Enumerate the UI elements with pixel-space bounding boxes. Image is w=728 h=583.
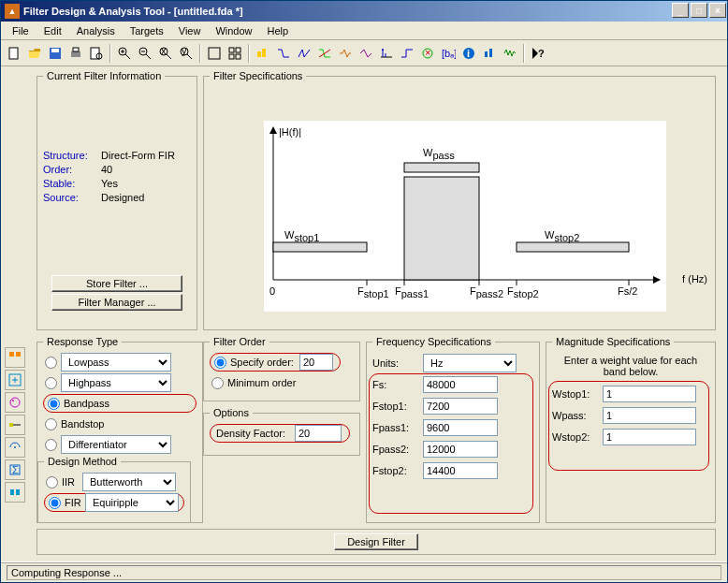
maximize-button[interactable]: □ bbox=[691, 3, 707, 18]
svg-line-15 bbox=[167, 54, 171, 59]
fstop1-input[interactable] bbox=[423, 398, 498, 415]
options-legend: Options bbox=[210, 407, 253, 418]
zoom-y-icon[interactable]: y bbox=[177, 44, 196, 63]
svg-point-59 bbox=[14, 446, 16, 448]
menu-edit[interactable]: Edit bbox=[36, 23, 69, 38]
minimize-button[interactable]: _ bbox=[672, 3, 689, 18]
specify-order-radio[interactable] bbox=[214, 357, 226, 369]
menu-view[interactable]: View bbox=[171, 23, 209, 38]
sidebar-transform-icon[interactable] bbox=[5, 437, 25, 458]
fs-input[interactable] bbox=[423, 376, 498, 393]
group-delay-icon[interactable] bbox=[336, 44, 355, 63]
impulse-icon[interactable] bbox=[377, 44, 396, 63]
sidebar-quantize-icon[interactable]: Σ bbox=[5, 459, 25, 480]
fpass2-input[interactable] bbox=[423, 441, 498, 458]
save-icon[interactable] bbox=[46, 44, 65, 63]
filter-order-group: Filter Order Specify order: Minimum orde… bbox=[203, 336, 360, 401]
svg-rect-22 bbox=[236, 48, 240, 52]
context-help-icon[interactable]: ? bbox=[529, 44, 547, 63]
full-view-icon[interactable] bbox=[205, 44, 224, 63]
zoom-in-icon[interactable] bbox=[115, 44, 134, 63]
menu-help[interactable]: Help bbox=[260, 23, 297, 38]
svg-rect-0 bbox=[9, 48, 18, 59]
wstop2-input[interactable] bbox=[603, 429, 696, 445]
wstop1-input[interactable] bbox=[603, 386, 696, 402]
tile-icon[interactable] bbox=[226, 44, 244, 63]
fir-select[interactable]: Equiripple bbox=[85, 493, 179, 512]
fpass1-input[interactable] bbox=[423, 419, 498, 436]
wpass-input[interactable] bbox=[603, 407, 696, 424]
mag-hint: Enter a weight value for each band below… bbox=[552, 355, 709, 377]
menu-file[interactable]: File bbox=[5, 23, 36, 38]
bandpass-radio[interactable] bbox=[48, 398, 60, 410]
hf-label: |H(f)| bbox=[279, 126, 301, 138]
svg-rect-25 bbox=[257, 51, 261, 57]
svg-text:Σ: Σ bbox=[12, 464, 19, 475]
fstop2-input[interactable] bbox=[423, 462, 498, 479]
fhz-label: f (Hz) bbox=[682, 273, 707, 284]
sidebar-design-icon[interactable] bbox=[5, 347, 25, 368]
mag-estimate-icon[interactable] bbox=[480, 44, 499, 63]
fir-radio[interactable] bbox=[49, 497, 61, 509]
iir-radio[interactable] bbox=[46, 476, 58, 488]
sidebar-import-icon[interactable] bbox=[5, 370, 25, 390]
source-label: Source: bbox=[43, 192, 101, 203]
structure-label: Structure: bbox=[43, 150, 101, 161]
print-preview-icon[interactable] bbox=[87, 44, 106, 63]
new-icon[interactable] bbox=[5, 44, 23, 63]
lowpass-radio[interactable] bbox=[45, 357, 57, 369]
diff-select[interactable]: Differentiator bbox=[61, 435, 171, 454]
svg-marker-42 bbox=[653, 276, 661, 284]
filter-manager-button[interactable]: Filter Manager ... bbox=[51, 294, 182, 311]
sidebar-multirate-icon[interactable] bbox=[5, 482, 25, 503]
iir-select[interactable]: Butterworth bbox=[82, 473, 176, 491]
print-icon[interactable] bbox=[66, 44, 85, 63]
order-input[interactable] bbox=[299, 354, 333, 371]
mag-phase-icon[interactable] bbox=[315, 44, 334, 63]
bandstop-radio[interactable] bbox=[45, 418, 57, 430]
stable-value: Yes bbox=[101, 178, 118, 189]
zoom-out-icon[interactable] bbox=[136, 44, 154, 63]
magnitude-icon[interactable] bbox=[274, 44, 293, 63]
svg-line-12 bbox=[146, 54, 151, 59]
menu-analysis[interactable]: Analysis bbox=[69, 23, 123, 38]
filter-specs-icon[interactable] bbox=[254, 44, 272, 63]
order-label: Order: bbox=[43, 164, 101, 175]
svg-point-29 bbox=[382, 49, 384, 51]
sidebar-pole-zero-icon[interactable] bbox=[5, 392, 25, 413]
response-legend: Response Type bbox=[43, 336, 122, 347]
store-filter-button[interactable]: Store Filter ... bbox=[51, 275, 182, 292]
units-select[interactable]: Hz bbox=[423, 354, 517, 372]
sidebar-realize-icon[interactable] bbox=[5, 415, 25, 435]
noise-icon[interactable] bbox=[501, 44, 519, 63]
menu-targets[interactable]: Targets bbox=[123, 23, 171, 38]
menu-window[interactable]: Window bbox=[208, 23, 259, 38]
source-value: Designed bbox=[101, 192, 144, 203]
svg-rect-26 bbox=[262, 49, 266, 57]
density-input[interactable] bbox=[295, 425, 342, 442]
svg-point-55 bbox=[10, 398, 20, 407]
minimum-order-radio[interactable] bbox=[211, 377, 224, 389]
info-icon[interactable]: i bbox=[459, 44, 478, 63]
svg-rect-57 bbox=[9, 423, 13, 427]
bandstop-label: Bandstop bbox=[61, 418, 171, 430]
sidebar-toolbar: Σ bbox=[5, 347, 27, 503]
diff-radio[interactable] bbox=[45, 439, 57, 451]
phase-delay-icon[interactable] bbox=[357, 44, 375, 63]
coefficients-icon[interactable]: [bₐ] bbox=[439, 44, 458, 63]
highpass-select[interactable]: Highpass bbox=[61, 373, 171, 392]
close-button[interactable]: × bbox=[709, 3, 726, 18]
svg-rect-46 bbox=[517, 242, 629, 252]
highpass-radio[interactable] bbox=[45, 377, 57, 389]
lowpass-select[interactable]: Lowpass bbox=[61, 353, 171, 372]
step-icon[interactable] bbox=[398, 44, 416, 63]
svg-rect-2 bbox=[51, 49, 59, 52]
zoom-x-icon[interactable]: x bbox=[156, 44, 175, 63]
pole-zero-icon[interactable]: × bbox=[418, 44, 437, 63]
phase-icon[interactable] bbox=[295, 44, 313, 63]
title-bar: ▲ Filter Design & Analysis Tool - [untit… bbox=[1, 1, 727, 22]
svg-rect-4 bbox=[73, 48, 79, 51]
design-filter-button[interactable]: Design Filter bbox=[334, 533, 418, 550]
open-icon[interactable] bbox=[25, 44, 44, 63]
svg-rect-21 bbox=[229, 48, 234, 52]
